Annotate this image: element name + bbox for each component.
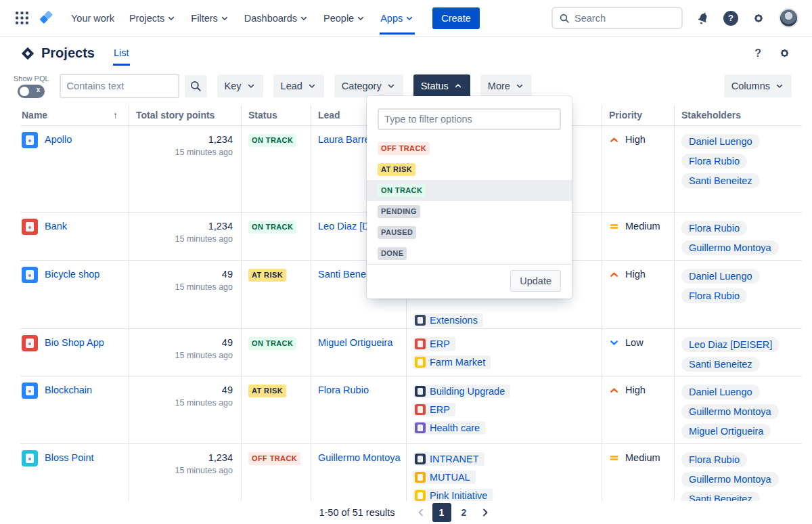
stakeholder-pill[interactable]: Guillermo Montoya xyxy=(681,240,779,255)
project-avatar-icon xyxy=(22,219,38,235)
notifications-button[interactable] xyxy=(696,11,710,26)
stakeholders-cell: Flora RubioGuillermo MontoyaSanti Beneit… xyxy=(675,444,802,503)
project-name-link[interactable]: Bio Shop App xyxy=(45,337,104,348)
column-header-stakeholders[interactable]: Stakeholders xyxy=(675,105,802,125)
tab-list[interactable]: List xyxy=(113,47,130,60)
project-chip-icon xyxy=(415,315,426,326)
nav-item-apps[interactable]: Apps xyxy=(373,7,422,29)
column-header-status[interactable]: Status xyxy=(242,105,311,125)
status-cell: ON TRACK xyxy=(242,126,311,212)
column-header-total-story-points[interactable]: Total story points xyxy=(129,105,242,125)
nav-item-dashboards[interactable]: Dashboards xyxy=(237,7,316,29)
nav-item-label: Your work xyxy=(71,13,114,24)
status-option-paused[interactable]: PAUSED xyxy=(367,222,572,243)
filter-more-button[interactable]: More xyxy=(480,74,532,97)
lead-link[interactable]: Guillermo Montoya xyxy=(318,452,401,463)
status-option-done[interactable]: DONE xyxy=(367,243,572,264)
project-chip[interactable]: Extensions xyxy=(413,313,483,327)
nav-item-people[interactable]: People xyxy=(316,7,373,29)
filter-category-button[interactable]: Category xyxy=(334,74,403,97)
project-chip[interactable]: Health care xyxy=(413,421,485,435)
global-search-input[interactable] xyxy=(574,13,675,24)
updated-time: 15 minutes ago xyxy=(175,282,233,292)
filter-label: Status xyxy=(421,81,449,91)
app-grid-icon xyxy=(15,11,29,25)
show-pql-toggle[interactable]: x xyxy=(18,85,45,98)
stakeholder-pill[interactable]: Daniel Luengo xyxy=(681,134,760,149)
project-name-link[interactable]: Blockchain xyxy=(45,385,92,395)
columns-label: Columns xyxy=(731,81,770,91)
story-points-value: 1,234 xyxy=(208,452,233,463)
help-button[interactable]: ? xyxy=(723,11,738,26)
page-settings-button[interactable] xyxy=(777,46,792,60)
project-chip[interactable]: Building Upgrade xyxy=(413,385,510,398)
lead-link[interactable]: Miguel Ortigueira xyxy=(318,337,392,348)
lead-link[interactable]: Flora Rubio xyxy=(318,385,369,395)
jira-logo-icon[interactable] xyxy=(39,10,54,26)
project-chip-label: Pink Initiative xyxy=(430,490,487,501)
status-option-off-track[interactable]: OFF TRACK xyxy=(367,138,572,159)
chevron-down-icon xyxy=(356,14,365,23)
update-button[interactable]: Update xyxy=(510,270,561,292)
status-option-pending[interactable]: PENDING xyxy=(367,201,572,222)
search-submit-button[interactable] xyxy=(185,75,207,97)
name-cell: Bloss Point xyxy=(20,444,129,503)
project-name-link[interactable]: Bloss Point xyxy=(45,452,94,463)
columns-button[interactable]: Columns xyxy=(724,74,792,97)
project-name-link[interactable]: Bank xyxy=(45,221,67,232)
previous-page-button[interactable] xyxy=(413,504,429,521)
page-2-button[interactable]: 2 xyxy=(455,503,474,522)
project-chip-icon xyxy=(415,422,426,433)
status-option-on-track[interactable]: ON TRACK xyxy=(367,180,572,201)
results-count: 1-50 of 51 results xyxy=(319,507,394,518)
stakeholder-pill[interactable]: Flora Rubio xyxy=(681,154,747,169)
stakeholder-pill[interactable]: Flora Rubio xyxy=(681,288,747,303)
chevron-down-icon xyxy=(405,14,414,23)
nav-item-your-work[interactable]: Your work xyxy=(64,7,122,29)
stakeholders-cell: Flora RubioGuillermo Montoya xyxy=(675,213,802,260)
create-button[interactable]: Create xyxy=(432,7,480,29)
status-badge: OFF TRACK xyxy=(248,452,300,465)
status-options: OFF TRACKAT RISKON TRACKPENDINGPAUSEDDON… xyxy=(367,138,572,265)
nav-item-filters[interactable]: Filters xyxy=(183,7,236,29)
status-option-at-risk[interactable]: AT RISK xyxy=(367,159,572,180)
project-chip[interactable]: ERP xyxy=(413,403,455,416)
name-cell: Apollo xyxy=(20,126,129,212)
settings-button[interactable] xyxy=(751,11,766,26)
chevron-down-icon xyxy=(299,14,309,23)
project-name-link[interactable]: Apollo xyxy=(45,134,72,145)
stakeholder-pill[interactable]: Guillermo Montoya xyxy=(681,472,779,487)
next-page-button[interactable] xyxy=(477,504,493,521)
stakeholder-pill[interactable]: Leo Diaz [DEISER] xyxy=(681,337,780,352)
status-cell: AT RISK xyxy=(242,376,311,443)
contains-text-input[interactable] xyxy=(60,74,179,98)
global-search[interactable] xyxy=(551,7,683,29)
filter-lead-button[interactable]: Lead xyxy=(273,74,324,97)
stakeholder-pill[interactable]: Daniel Luengo xyxy=(681,269,760,284)
filter-key-button[interactable]: Key xyxy=(217,74,263,97)
column-header-priority[interactable]: Priority xyxy=(602,105,675,125)
project-chip[interactable]: INTRANET xyxy=(413,452,484,466)
lead-link[interactable]: Laura Barre xyxy=(318,134,370,145)
project-chip[interactable]: Pink Initiative xyxy=(413,489,493,502)
stakeholder-pill[interactable]: Flora Rubio xyxy=(681,452,747,467)
filter-status-button[interactable]: Status xyxy=(413,74,470,97)
project-chip[interactable]: Farm Market xyxy=(413,355,491,369)
stakeholder-pill[interactable]: Daniel Luengo xyxy=(681,385,760,399)
show-pql-group: Show PQL x xyxy=(14,74,49,98)
nav-item-projects[interactable]: Projects xyxy=(122,7,183,29)
app-switcher-button[interactable] xyxy=(12,8,32,28)
page-help-button[interactable]: ? xyxy=(754,47,761,60)
stakeholder-pill[interactable]: Guillermo Montoya xyxy=(681,404,779,419)
project-chip[interactable]: MUTUAL xyxy=(413,471,476,484)
column-header-name[interactable]: Name↑ xyxy=(20,105,129,125)
project-name-link[interactable]: Bicycle shop xyxy=(45,269,99,280)
page-1-button[interactable]: 1 xyxy=(432,503,451,522)
stakeholder-pill[interactable]: Flora Rubio xyxy=(681,221,747,236)
stakeholder-pill[interactable]: Santi Beneitez xyxy=(681,173,760,188)
stakeholder-pill[interactable]: Miguel Ortigueira xyxy=(681,424,771,439)
profile-button[interactable] xyxy=(779,8,798,28)
project-chip[interactable]: ERP xyxy=(413,337,455,351)
stakeholder-pill[interactable]: Santi Beneitez xyxy=(681,357,760,372)
dropdown-filter-input[interactable] xyxy=(378,108,561,130)
